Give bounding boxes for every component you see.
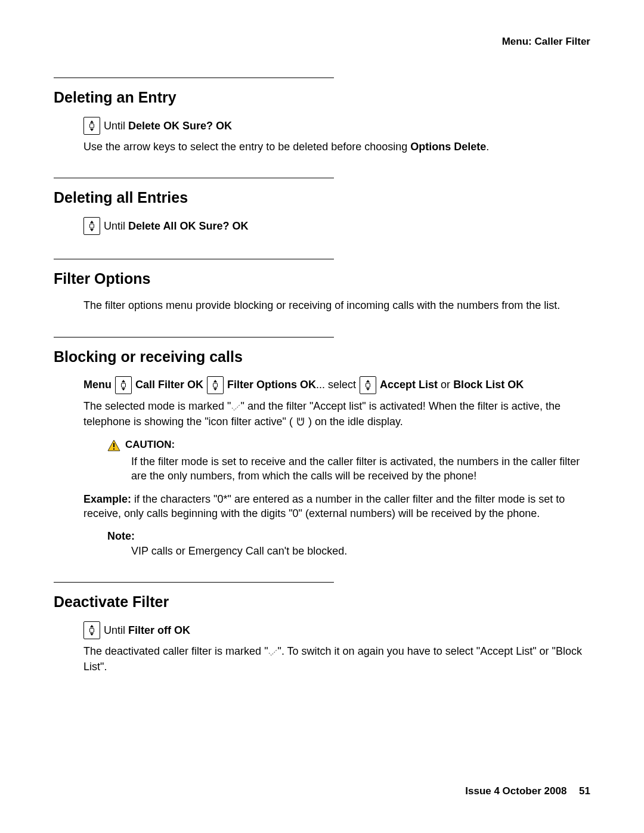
caution-label: CAUTION:: [125, 438, 175, 452]
step-part: Filter Options OK: [227, 379, 316, 391]
step-part: Block List OK: [453, 379, 524, 391]
page: Menu: Caller Filter Deleting an Entry Un…: [0, 0, 644, 833]
section-divider: [54, 78, 334, 78]
note-block: Note: VIP calls or Emergency Call can't …: [107, 529, 590, 558]
step-part: Call Filter OK: [135, 377, 203, 392]
section-heading: Filter Options: [54, 270, 590, 287]
section-divider: [54, 178, 334, 178]
nav-key-icon: [83, 217, 100, 235]
nav-key-icon: [83, 117, 100, 135]
step-bold: Filter off OK: [128, 624, 190, 636]
section-heading: Deleting all Entries: [54, 189, 590, 206]
page-footer: Issue 4 October 2008 51: [465, 785, 590, 797]
section-blocking: Blocking or receiving calls Menu Call Fi…: [54, 337, 590, 558]
filter-active-icon: [296, 416, 305, 430]
section-divider: [54, 259, 334, 259]
nav-key-icon: [83, 621, 100, 639]
section-heading: Blocking or receiving calls: [54, 348, 590, 366]
breadcrumb: Menu: Caller Filter: [502, 36, 590, 47]
step-text: Until: [104, 220, 128, 232]
step-bold: Delete All OK Sure? OK: [128, 220, 248, 232]
step-bold: Delete OK Sure? OK: [128, 120, 232, 132]
page-number: 51: [579, 785, 590, 797]
example-paragraph: Example: if the characters "0*" are ente…: [83, 492, 590, 521]
example-label: Example:: [83, 493, 131, 505]
nav-key-icon: [207, 376, 224, 394]
step-part: Menu: [83, 377, 112, 392]
section-filter-options: Filter Options The filter options menu p…: [54, 259, 590, 312]
nav-key-icon: [115, 376, 132, 394]
caution-text: If the filter mode is set to receive and…: [131, 454, 590, 484]
svg-rect-1: [113, 443, 114, 447]
checkmark-dotted-icon: [231, 400, 241, 414]
nav-step: Until Delete All OK Sure? OK: [83, 217, 590, 235]
section-divider: [54, 337, 334, 337]
section-divider: [54, 582, 334, 583]
caution-block: CAUTION: If the filter mode is set to re…: [107, 438, 590, 484]
section-deleting-all: Deleting all Entries Until Delete All OK…: [54, 178, 590, 235]
section-deleting-entry: Deleting an Entry Until Delete OK Sure? …: [54, 78, 590, 154]
footer-issue: Issue 4 October 2008: [465, 785, 566, 797]
nav-key-icon: [360, 376, 376, 394]
step-part: or: [438, 379, 453, 391]
svg-rect-2: [113, 448, 114, 450]
nav-step: Menu Call Filter OK Filter Options OK...…: [83, 376, 590, 394]
nav-step: Until Filter off OK: [83, 621, 590, 639]
section-heading: Deleting an Entry: [54, 89, 590, 106]
page-header: Menu: Caller Filter: [54, 36, 590, 48]
paragraph: The filter options menu provide blocking…: [83, 298, 590, 312]
section-deactivate: Deactivate Filter Until Filter off OK Th…: [54, 582, 590, 674]
paragraph: Use the arrow keys to select the entry t…: [83, 140, 590, 154]
note-text: VIP calls or Emergency Call can't be blo…: [131, 544, 590, 558]
section-heading: Deactivate Filter: [54, 593, 590, 611]
step-text: Until: [104, 624, 128, 636]
step-part: Accept List: [380, 379, 438, 391]
nav-step: Until Delete OK Sure? OK: [83, 117, 590, 135]
paragraph: The selected mode is marked "" and the f…: [83, 399, 590, 431]
step-text: Until: [104, 120, 128, 132]
caution-icon: [107, 439, 120, 451]
checkmark-dotted-icon: [268, 645, 278, 659]
note-label: Note:: [107, 529, 590, 543]
step-part: ... select: [316, 379, 356, 391]
paragraph: The deactivated caller filter is marked …: [83, 644, 590, 674]
